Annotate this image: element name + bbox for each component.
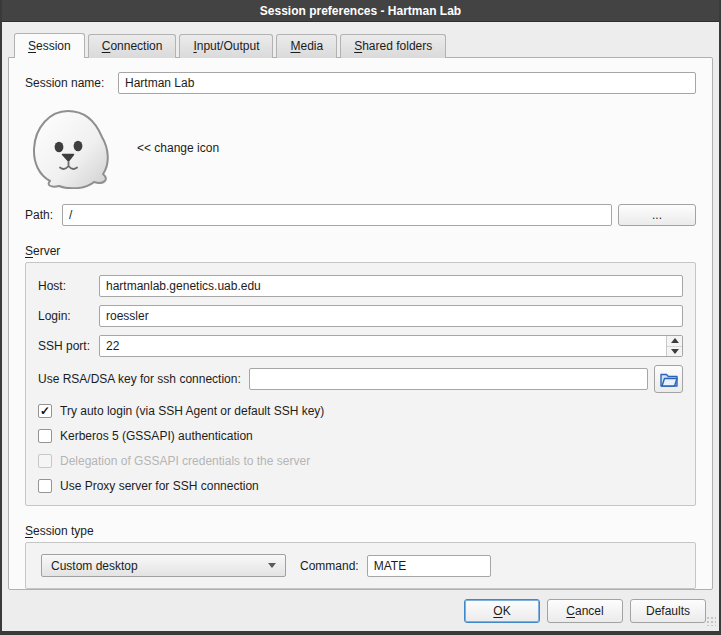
path-input[interactable] [62, 204, 612, 226]
gssapi-delegation-checkbox-row: Delegation of GSSAPI credentials to the … [38, 454, 683, 468]
session-tab-page: Session name: [8, 57, 713, 590]
kerberos-checkbox[interactable] [38, 429, 52, 443]
rsa-key-row: Use RSA/DSA key for ssh connection: [38, 365, 683, 393]
path-browse-button[interactable]: ... [618, 204, 696, 226]
ssh-port-label: SSH port: [38, 339, 99, 353]
rsa-key-label: Use RSA/DSA key for ssh connection: [38, 372, 241, 386]
host-row: Host: [38, 275, 683, 297]
path-row: Path: ... [25, 204, 696, 226]
triangle-down-icon [671, 349, 679, 354]
proxy-checkbox[interactable] [38, 479, 52, 493]
tab-connection[interactable]: Connection [88, 34, 177, 58]
server-group-title: Server [25, 244, 696, 258]
login-label: Login: [38, 309, 99, 323]
footer-button-row: OK Cancel Defaults [8, 599, 713, 623]
auto-login-checkbox[interactable]: ✓ [38, 404, 52, 418]
login-row: Login: [38, 305, 683, 327]
rsa-key-browse-button[interactable] [654, 365, 683, 393]
tab-shared-folders[interactable]: Shared folders [340, 34, 446, 58]
session-icon-button[interactable] [25, 106, 115, 190]
path-label: Path: [25, 208, 62, 222]
command-input[interactable] [367, 555, 491, 577]
session-preferences-dialog: Session preferences - Hartman Lab Sessio… [0, 0, 721, 635]
auto-login-checkbox-row[interactable]: ✓ Try auto login (via SSH Agent or defau… [38, 404, 683, 418]
tabbar: Session Connection Input/Output Media Sh… [8, 34, 713, 57]
spin-up-button[interactable] [667, 336, 682, 347]
login-input[interactable] [99, 305, 683, 327]
gssapi-delegation-label: Delegation of GSSAPI credentials to the … [60, 454, 310, 468]
gssapi-delegation-checkbox [38, 454, 52, 468]
spin-buttons [666, 336, 682, 356]
proxy-checkbox-row[interactable]: Use Proxy server for SSH connection [38, 479, 683, 493]
ssh-port-spinbox [99, 335, 683, 357]
ok-button[interactable]: OK [464, 599, 540, 623]
tab-input-output[interactable]: Input/Output [179, 34, 273, 58]
session-name-row: Session name: [25, 72, 696, 94]
folder-icon [659, 370, 679, 388]
tab-session[interactable]: Session [14, 33, 85, 58]
window-title: Session preferences - Hartman Lab [260, 4, 461, 18]
server-groupbox: Host: Login: SSH port: [25, 262, 696, 506]
host-label: Host: [38, 279, 99, 293]
defaults-button[interactable]: Defaults [630, 599, 706, 623]
session-type-selected: Custom desktop [51, 559, 138, 573]
dialog-body: Session Connection Input/Output Media Sh… [2, 22, 719, 631]
command-label: Command: [300, 559, 359, 573]
chevron-down-icon [268, 563, 276, 568]
session-type-group-title: Session type [25, 524, 696, 538]
resize-grip[interactable] [706, 616, 716, 626]
ssh-port-input[interactable] [100, 336, 666, 356]
rsa-key-input[interactable] [249, 368, 648, 390]
kerberos-checkbox-row[interactable]: Kerberos 5 (GSSAPI) authentication [38, 429, 683, 443]
session-type-groupbox: Custom desktop Command: [25, 542, 696, 589]
proxy-label: Use Proxy server for SSH connection [60, 479, 259, 493]
session-type-combobox[interactable]: Custom desktop [41, 554, 286, 577]
triangle-up-icon [671, 338, 679, 343]
change-icon-label: << change icon [137, 141, 219, 155]
ssh-port-row: SSH port: [38, 335, 683, 357]
session-type-row: Custom desktop Command: [41, 554, 680, 577]
cancel-button[interactable]: Cancel [547, 599, 623, 623]
spin-down-button[interactable] [667, 347, 682, 357]
session-name-input[interactable] [118, 72, 696, 94]
host-input[interactable] [99, 275, 683, 297]
x2go-seal-icon [26, 107, 114, 189]
kerberos-label: Kerberos 5 (GSSAPI) authentication [60, 429, 253, 443]
icon-row: << change icon [25, 106, 696, 190]
auto-login-label: Try auto login (via SSH Agent or default… [60, 404, 324, 418]
session-name-label: Session name: [25, 76, 118, 90]
tab-media[interactable]: Media [276, 34, 337, 58]
titlebar[interactable]: Session preferences - Hartman Lab [2, 0, 719, 22]
